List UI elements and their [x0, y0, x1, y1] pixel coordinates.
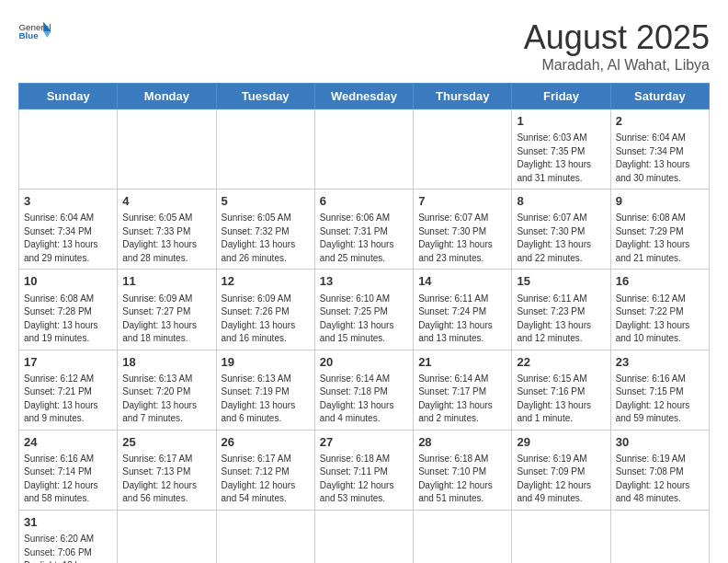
calendar-cell: 28Sunrise: 6:18 AMSunset: 7:10 PMDayligh…	[414, 430, 512, 510]
calendar-cell: 11Sunrise: 6:09 AMSunset: 7:27 PMDayligh…	[118, 270, 216, 350]
calendar-cell: 15Sunrise: 6:11 AMSunset: 7:23 PMDayligh…	[512, 270, 610, 350]
day-info: Sunrise: 6:16 AMSunset: 7:15 PMDaylight:…	[616, 373, 704, 426]
weekday-header-thursday: Thursday	[414, 84, 512, 109]
day-number: 27	[320, 434, 408, 451]
day-info: Sunrise: 6:14 AMSunset: 7:18 PMDaylight:…	[320, 373, 408, 426]
calendar-cell: 4Sunrise: 6:05 AMSunset: 7:33 PMDaylight…	[118, 190, 216, 270]
calendar-cell	[216, 109, 314, 190]
day-info: Sunrise: 6:15 AMSunset: 7:16 PMDaylight:…	[517, 373, 605, 426]
calendar-cell: 29Sunrise: 6:19 AMSunset: 7:09 PMDayligh…	[512, 430, 610, 510]
calendar-cell: 16Sunrise: 6:12 AMSunset: 7:22 PMDayligh…	[610, 270, 709, 350]
day-info: Sunrise: 6:16 AMSunset: 7:14 PMDaylight:…	[24, 453, 112, 506]
calendar-week-row: 17Sunrise: 6:12 AMSunset: 7:21 PMDayligh…	[19, 350, 710, 430]
calendar-cell	[314, 510, 413, 563]
calendar-cell: 26Sunrise: 6:17 AMSunset: 7:12 PMDayligh…	[216, 430, 314, 510]
day-number: 19	[222, 354, 310, 371]
svg-text:Blue: Blue	[19, 30, 40, 40]
weekday-header-friday: Friday	[512, 84, 610, 109]
calendar-cell: 17Sunrise: 6:12 AMSunset: 7:21 PMDayligh…	[19, 350, 118, 430]
title-area: August 2025 Maradah, Al Wahat, Libya	[524, 18, 710, 74]
day-info: Sunrise: 6:06 AMSunset: 7:31 PMDaylight:…	[320, 212, 408, 265]
weekday-header-sunday: Sunday	[19, 84, 118, 109]
calendar-cell: 25Sunrise: 6:17 AMSunset: 7:13 PMDayligh…	[118, 430, 216, 510]
day-number: 6	[320, 193, 408, 210]
calendar-week-row: 1Sunrise: 6:03 AMSunset: 7:35 PMDaylight…	[19, 109, 710, 190]
calendar-cell	[19, 109, 118, 190]
day-number: 15	[517, 273, 605, 290]
day-number: 2	[616, 113, 704, 130]
day-info: Sunrise: 6:17 AMSunset: 7:12 PMDaylight:…	[222, 453, 310, 506]
day-number: 17	[24, 354, 112, 371]
day-info: Sunrise: 6:05 AMSunset: 7:32 PMDaylight:…	[222, 212, 310, 265]
day-number: 30	[616, 434, 704, 451]
day-info: Sunrise: 6:14 AMSunset: 7:17 PMDaylight:…	[418, 373, 506, 426]
calendar-cell: 27Sunrise: 6:18 AMSunset: 7:11 PMDayligh…	[314, 430, 413, 510]
calendar-cell: 20Sunrise: 6:14 AMSunset: 7:18 PMDayligh…	[314, 350, 413, 430]
day-number: 31	[24, 514, 112, 531]
day-info: Sunrise: 6:04 AMSunset: 7:34 PMDaylight:…	[616, 132, 704, 185]
day-info: Sunrise: 6:03 AMSunset: 7:35 PMDaylight:…	[517, 132, 605, 185]
calendar-week-row: 10Sunrise: 6:08 AMSunset: 7:28 PMDayligh…	[19, 270, 710, 350]
calendar-cell	[118, 109, 216, 190]
day-number: 3	[24, 193, 112, 210]
day-number: 22	[517, 354, 605, 371]
calendar-cell: 6Sunrise: 6:06 AMSunset: 7:31 PMDaylight…	[314, 190, 413, 270]
logo: General Blue	[18, 18, 51, 44]
calendar-table: SundayMondayTuesdayWednesdayThursdayFrid…	[18, 83, 710, 563]
calendar-cell: 10Sunrise: 6:08 AMSunset: 7:28 PMDayligh…	[19, 270, 118, 350]
calendar-week-row: 31Sunrise: 6:20 AMSunset: 7:06 PMDayligh…	[19, 510, 710, 563]
calendar-cell: 30Sunrise: 6:19 AMSunset: 7:08 PMDayligh…	[610, 430, 709, 510]
day-number: 5	[222, 193, 310, 210]
calendar-title: August 2025	[524, 18, 710, 57]
calendar-cell: 22Sunrise: 6:15 AMSunset: 7:16 PMDayligh…	[512, 350, 610, 430]
day-info: Sunrise: 6:19 AMSunset: 7:08 PMDaylight:…	[616, 453, 704, 506]
weekday-header-row: SundayMondayTuesdayWednesdayThursdayFrid…	[19, 84, 710, 109]
day-number: 12	[222, 273, 310, 290]
calendar-week-row: 3Sunrise: 6:04 AMSunset: 7:34 PMDaylight…	[19, 190, 710, 270]
day-info: Sunrise: 6:18 AMSunset: 7:11 PMDaylight:…	[320, 453, 408, 506]
calendar-cell: 3Sunrise: 6:04 AMSunset: 7:34 PMDaylight…	[19, 190, 118, 270]
day-number: 4	[122, 193, 210, 210]
day-info: Sunrise: 6:12 AMSunset: 7:22 PMDaylight:…	[616, 293, 704, 346]
calendar-cell: 7Sunrise: 6:07 AMSunset: 7:30 PMDaylight…	[414, 190, 512, 270]
calendar-cell: 19Sunrise: 6:13 AMSunset: 7:19 PMDayligh…	[216, 350, 314, 430]
day-info: Sunrise: 6:18 AMSunset: 7:10 PMDaylight:…	[418, 453, 506, 506]
calendar-cell: 21Sunrise: 6:14 AMSunset: 7:17 PMDayligh…	[414, 350, 512, 430]
calendar-cell: 13Sunrise: 6:10 AMSunset: 7:25 PMDayligh…	[314, 270, 413, 350]
day-info: Sunrise: 6:05 AMSunset: 7:33 PMDaylight:…	[122, 212, 210, 265]
day-number: 28	[418, 434, 506, 451]
calendar-cell	[314, 109, 413, 190]
logo-icon: General Blue	[18, 18, 51, 44]
day-number: 11	[122, 273, 210, 290]
day-number: 10	[24, 273, 112, 290]
calendar-cell: 2Sunrise: 6:04 AMSunset: 7:34 PMDaylight…	[610, 109, 709, 190]
calendar-cell	[118, 510, 216, 563]
calendar-cell: 1Sunrise: 6:03 AMSunset: 7:35 PMDaylight…	[512, 109, 610, 190]
calendar-cell: 5Sunrise: 6:05 AMSunset: 7:32 PMDaylight…	[216, 190, 314, 270]
day-info: Sunrise: 6:13 AMSunset: 7:19 PMDaylight:…	[222, 373, 310, 426]
page-header: General Blue August 2025 Maradah, Al Wah…	[18, 18, 710, 74]
day-number: 9	[616, 193, 704, 210]
day-info: Sunrise: 6:12 AMSunset: 7:21 PMDaylight:…	[24, 373, 112, 426]
day-info: Sunrise: 6:07 AMSunset: 7:30 PMDaylight:…	[517, 212, 605, 265]
day-number: 14	[418, 273, 506, 290]
day-info: Sunrise: 6:19 AMSunset: 7:09 PMDaylight:…	[517, 453, 605, 506]
calendar-subtitle: Maradah, Al Wahat, Libya	[524, 57, 710, 74]
day-number: 8	[517, 193, 605, 210]
calendar-cell	[610, 510, 709, 563]
calendar-cell: 24Sunrise: 6:16 AMSunset: 7:14 PMDayligh…	[19, 430, 118, 510]
calendar-cell: 31Sunrise: 6:20 AMSunset: 7:06 PMDayligh…	[19, 510, 118, 563]
calendar-week-row: 24Sunrise: 6:16 AMSunset: 7:14 PMDayligh…	[19, 430, 710, 510]
day-info: Sunrise: 6:09 AMSunset: 7:26 PMDaylight:…	[222, 293, 310, 346]
calendar-cell	[414, 109, 512, 190]
weekday-header-monday: Monday	[118, 84, 216, 109]
day-number: 7	[418, 193, 506, 210]
day-number: 21	[418, 354, 506, 371]
weekday-header-wednesday: Wednesday	[314, 84, 413, 109]
day-info: Sunrise: 6:04 AMSunset: 7:34 PMDaylight:…	[24, 212, 112, 265]
day-info: Sunrise: 6:10 AMSunset: 7:25 PMDaylight:…	[320, 293, 408, 346]
day-number: 16	[616, 273, 704, 290]
calendar-cell: 23Sunrise: 6:16 AMSunset: 7:15 PMDayligh…	[610, 350, 709, 430]
calendar-cell: 9Sunrise: 6:08 AMSunset: 7:29 PMDaylight…	[610, 190, 709, 270]
day-info: Sunrise: 6:09 AMSunset: 7:27 PMDaylight:…	[122, 293, 210, 346]
